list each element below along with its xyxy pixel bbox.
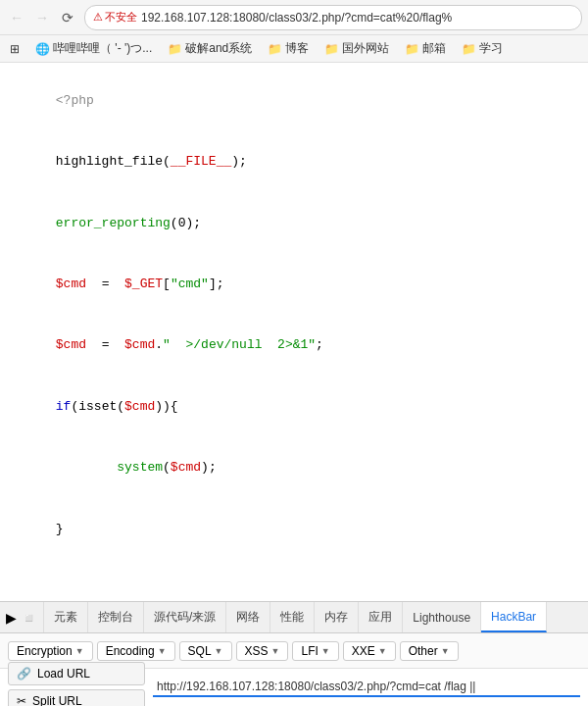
php-tag: <?php	[56, 93, 94, 108]
xxe-arrow: ▼	[378, 646, 387, 656]
code-line-6: if(isset($cmd)){	[10, 377, 578, 437]
tab-application-label: 应用	[368, 609, 392, 626]
code-cmd-var: $cmd	[56, 277, 86, 291]
tab-memory[interactable]: 内存	[315, 602, 359, 632]
tab-lighthouse-label: Lighthouse	[413, 611, 470, 625]
bilibili-icon: 🌐	[35, 42, 50, 56]
code-line-2: highlight_file(__FILE__);	[10, 131, 578, 192]
bookmark-study-label: 学习	[479, 40, 503, 57]
load-url-icon: 🔗	[17, 667, 31, 681]
xss-button[interactable]: XSS ▼	[236, 641, 289, 661]
folder-icon-4: 📁	[405, 42, 419, 56]
lfi-label: LFI	[301, 644, 318, 658]
tab-network[interactable]: 网络	[226, 602, 270, 632]
xxe-label: XXE	[352, 644, 375, 658]
xxe-button[interactable]: XXE ▼	[343, 641, 396, 661]
bookmark-study[interactable]: 📁 学习	[458, 38, 507, 59]
code-line-5: $cmd = $cmd." >/dev/null 2>&1";	[10, 316, 578, 377]
tab-elements[interactable]: 元素	[44, 602, 88, 632]
bookmark-bilibili-label: 哔哩哔哩（ '- ')つ...	[53, 40, 152, 57]
code-line-8: }	[10, 499, 578, 560]
lfi-arrow: ▼	[321, 646, 330, 656]
main-content: <?php highlight_file(__FILE__); error_re…	[0, 63, 588, 564]
apps-icon: ⊞	[10, 42, 20, 56]
split-url-label: Split URL	[32, 694, 82, 706]
devtools-panel: ▶ ◽ 元素 控制台 源代码/来源 网络 性能 内存 应用 Lighthouse…	[0, 601, 588, 706]
bookmark-apps[interactable]: ⊞	[6, 40, 24, 58]
back-button[interactable]: ←	[6, 7, 27, 28]
encoding-arrow: ▼	[158, 646, 167, 656]
tab-sources[interactable]: 源代码/来源	[144, 602, 226, 632]
bookmark-crack-label: 破解and系统	[185, 40, 252, 57]
tab-memory-label: 内存	[324, 609, 348, 626]
bookmark-crack[interactable]: 📁 破解and系统	[164, 38, 256, 59]
code-highlight-file: highlight_file(	[56, 154, 171, 169]
bookmark-email-label: 邮箱	[422, 40, 446, 57]
tab-console[interactable]: 控制台	[88, 602, 144, 632]
bookmark-blog-label: 博客	[285, 40, 309, 57]
encryption-arrow: ▼	[75, 646, 84, 656]
encryption-button[interactable]: Encryption ▼	[8, 641, 93, 661]
device-icon[interactable]: ◽	[21, 610, 37, 626]
tab-elements-label: 元素	[54, 609, 77, 626]
url-display: 192.168.107.128:18080/class03/2.php/?cmd…	[141, 11, 452, 25]
tab-performance[interactable]: 性能	[270, 602, 315, 632]
code-if: if	[56, 399, 72, 414]
load-url-label: Load URL	[37, 667, 90, 681]
encoding-label: Encoding	[106, 644, 155, 658]
other-button[interactable]: Other ▼	[400, 641, 459, 661]
browser-toolbar: ← → ⟳ ⚠ 不安全 192.168.107.128:18080/class0…	[0, 0, 588, 35]
hackbar-url-input[interactable]	[153, 678, 580, 697]
split-url-button[interactable]: ✂ Split URL	[8, 689, 145, 706]
code-line-1: <?php	[10, 71, 578, 131]
lfi-button[interactable]: LFI ▼	[292, 641, 338, 661]
tab-sources-label: 源代码/来源	[154, 609, 216, 626]
bookmark-bilibili[interactable]: 🌐 哔哩哔哩（ '- ')つ...	[31, 38, 156, 59]
forward-button[interactable]: →	[31, 7, 53, 28]
tab-performance-label: 性能	[280, 609, 304, 626]
xss-label: XSS	[245, 644, 269, 658]
tab-network-label: 网络	[236, 609, 260, 626]
tab-hackbar[interactable]: HackBar	[481, 602, 547, 632]
insecure-badge: ⚠ 不安全	[93, 10, 137, 25]
folder-icon: 📁	[168, 42, 182, 56]
code-line-4: $cmd = $_GET["cmd"];	[10, 254, 578, 315]
encoding-button[interactable]: Encoding ▼	[97, 641, 175, 661]
load-url-button[interactable]: 🔗 Load URL	[8, 662, 145, 685]
tab-lighthouse[interactable]: Lighthouse	[403, 602, 481, 632]
address-bar[interactable]: ⚠ 不安全 192.168.107.128:18080/class03/2.ph…	[84, 5, 582, 30]
xss-arrow: ▼	[271, 646, 280, 656]
other-label: Other	[409, 644, 438, 658]
sql-arrow: ▼	[215, 646, 223, 656]
devtools-tabs: ▶ ◽ 元素 控制台 源代码/来源 网络 性能 内存 应用 Lighthouse…	[0, 602, 588, 633]
folder-icon-3: 📁	[324, 42, 339, 56]
code-line-7: system($cmd);	[10, 437, 578, 498]
code-indent	[56, 460, 117, 475]
nav-buttons: ← → ⟳	[6, 7, 78, 28]
split-url-icon: ✂	[17, 694, 26, 706]
sql-label: SQL	[188, 644, 212, 658]
code-error-reporting: error_reporting	[56, 216, 171, 230]
hackbar-url-area: 🔗 Load URL ✂ Split URL	[0, 669, 588, 706]
encryption-label: Encryption	[17, 644, 73, 658]
code-block: <?php highlight_file(__FILE__); error_re…	[10, 71, 578, 560]
warning-icon: ⚠	[93, 11, 103, 24]
insecure-label: 不安全	[105, 10, 137, 25]
tab-console-label: 控制台	[98, 609, 133, 626]
tab-hackbar-label: HackBar	[491, 610, 536, 624]
folder-icon-5: 📁	[462, 42, 476, 56]
code-line-3: error_reporting(0);	[10, 193, 578, 254]
bookmark-foreign[interactable]: 📁 国外网站	[320, 38, 393, 59]
tab-application[interactable]: 应用	[359, 602, 403, 632]
bookmark-foreign-label: 国外网站	[342, 40, 389, 57]
bookmark-email[interactable]: 📁 邮箱	[401, 38, 450, 59]
other-arrow: ▼	[441, 646, 450, 656]
reload-button[interactable]: ⟳	[57, 7, 78, 28]
sql-button[interactable]: SQL ▼	[179, 641, 232, 661]
folder-icon-2: 📁	[268, 42, 282, 56]
cursor-icon[interactable]: ▶	[6, 610, 17, 626]
bookmarks-bar: ⊞ 🌐 哔哩哔哩（ '- ')つ... 📁 破解and系统 📁 博客 📁 国外网…	[0, 35, 588, 63]
bookmark-blog[interactable]: 📁 博客	[264, 38, 313, 59]
code-close-brace: }	[56, 522, 64, 536]
code-cmd-var-2: $cmd	[56, 337, 86, 352]
